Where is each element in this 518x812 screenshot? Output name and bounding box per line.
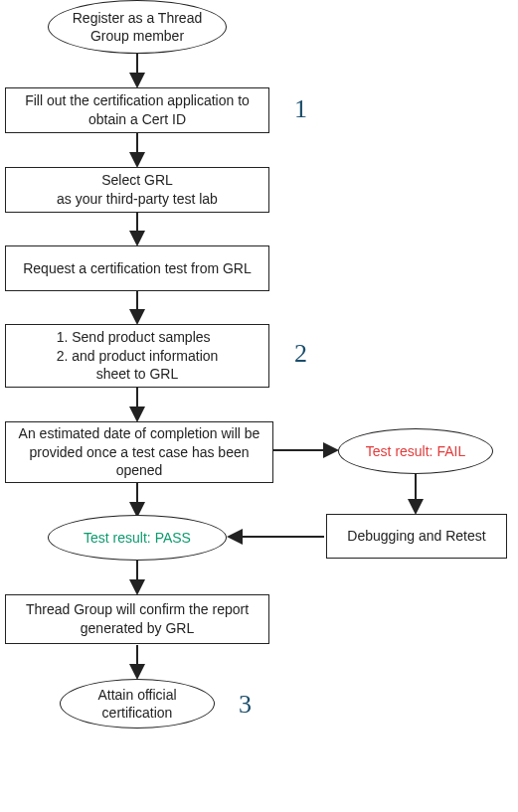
annotation-1: 1: [294, 94, 307, 124]
node-request-label: Request a certification test from GRL: [23, 259, 252, 278]
node-samples-line1: 1. Send product samples: [57, 328, 219, 347]
node-selectgrl-label: Select GRL as your third-party test lab: [57, 171, 218, 209]
node-fillcert: Fill out the certification application t…: [5, 87, 269, 133]
node-register-label: Register as a Thread Group member: [59, 9, 216, 45]
annotation-3: 3: [239, 690, 252, 720]
node-selectgrl: Select GRL as your third-party test lab: [5, 167, 269, 213]
node-fillcert-label: Fill out the certification application t…: [14, 91, 260, 129]
node-attain-label: Attain official certification: [71, 686, 204, 722]
node-register: Register as a Thread Group member: [48, 0, 227, 54]
node-estimated-label: An estimated date of completion will be …: [14, 424, 264, 481]
node-samples: 1. Send product samples 2. and product i…: [5, 324, 269, 388]
node-debug: Debugging and Retest: [326, 514, 507, 559]
annotation-2: 2: [294, 339, 307, 369]
node-pass-label: Test result: PASS: [84, 529, 191, 547]
node-pass: Test result: PASS: [48, 515, 227, 561]
node-attain: Attain official certification: [60, 679, 215, 729]
node-samples-line2: 2. and product information: [57, 347, 219, 366]
node-samples-line3: sheet to GRL: [57, 365, 219, 384]
node-fail-label: Test result: FAIL: [366, 442, 465, 460]
node-fail: Test result: FAIL: [338, 428, 493, 474]
node-confirm-label: Thread Group will confirm the report gen…: [14, 600, 260, 638]
node-debug-label: Debugging and Retest: [347, 527, 485, 546]
node-request: Request a certification test from GRL: [5, 245, 269, 291]
node-confirm: Thread Group will confirm the report gen…: [5, 594, 269, 644]
node-estimated: An estimated date of completion will be …: [5, 421, 273, 483]
